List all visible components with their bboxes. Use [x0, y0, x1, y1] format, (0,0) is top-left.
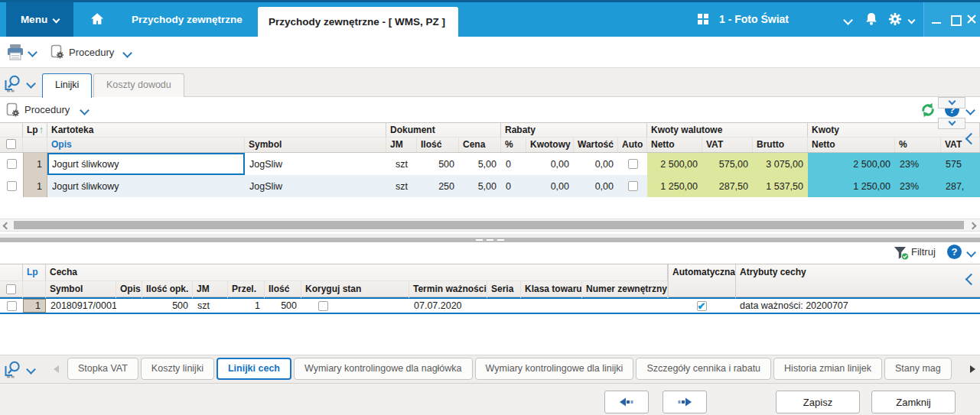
select-all-checkbox[interactable] — [0, 281, 23, 298]
close-button[interactable]: Zamknij — [871, 391, 956, 413]
filter-button[interactable]: Filtruj — [911, 246, 936, 258]
company-chevron-icon[interactable] — [843, 15, 853, 25]
cell-kwotowy[interactable]: 0,00 — [526, 153, 574, 175]
settings-gear-icon[interactable] — [888, 12, 902, 28]
table-row[interactable]: 1 Jogurt śliwkowy JogSliw szt 500 5,00 0… — [0, 153, 980, 175]
col-header-ilosc[interactable]: Ilość — [265, 281, 301, 298]
tab-stopka-vat[interactable]: Stopka VAT — [67, 358, 138, 380]
notifications-bell-icon[interactable] — [864, 11, 878, 29]
apps-grid-icon[interactable] — [698, 14, 709, 25]
cell-symbol[interactable]: JogSliw — [245, 153, 386, 175]
help-chevron-icon[interactable] — [966, 248, 976, 258]
procedures-chevron-icon[interactable] — [122, 48, 132, 58]
cell-opis[interactable] — [116, 299, 142, 313]
col-header-seria[interactable]: Seria — [487, 281, 521, 298]
help-chevron-icon[interactable] — [965, 105, 975, 115]
col-header-jm[interactable]: JM — [193, 281, 228, 298]
col-header-ilosc-opk[interactable]: Ilość opk. — [142, 281, 193, 298]
cell-atrybuty-cechy[interactable]: data ważności: 20200707 — [735, 299, 980, 313]
scrollbar-left-arrow[interactable] — [3, 222, 11, 230]
cell-brutto-wal[interactable]: 3 075,00 — [753, 153, 808, 175]
cell-symbol[interactable]: JogSliw — [245, 175, 386, 197]
table-row[interactable]: 1 Jogurt śliwkowy JogSliw szt 250 5,00 0… — [0, 175, 980, 197]
cell-netto[interactable]: 2 500,00 — [808, 153, 895, 175]
company-selector[interactable]: 1 - Foto Świat — [719, 2, 789, 37]
procedures-dropdown[interactable]: Procedury — [24, 104, 70, 115]
cell-procent[interactable]: 0 — [501, 175, 526, 197]
cell-jm[interactable]: szt — [193, 299, 228, 313]
col-header-numer-zewnetrzny[interactable]: Numer zewnętrzny — [582, 281, 668, 298]
print-chevron-icon[interactable] — [28, 47, 37, 57]
cell-vat[interactable]: 575 — [941, 153, 980, 175]
close-button[interactable] — [967, 15, 976, 26]
cell-jm[interactable]: szt — [386, 153, 417, 175]
cell-klasa-towaru[interactable] — [521, 299, 582, 313]
help-icon[interactable]: ? — [947, 245, 962, 259]
tab-wymiary-naglowka[interactable]: Wymiary kontrolingowe dla nagłówka — [294, 358, 473, 380]
col-header-wartosc[interactable]: Wartość — [574, 138, 618, 152]
col-header-auto[interactable]: Auto — [618, 138, 647, 152]
col-header-opis[interactable]: Opis — [47, 138, 245, 152]
home-icon[interactable] — [90, 12, 104, 28]
cell-ilosc-opk[interactable]: 500 — [142, 299, 193, 313]
cell-ilosc[interactable]: 250 — [417, 175, 459, 197]
cell-procent2[interactable]: 23% — [895, 153, 941, 175]
cell-ilosc[interactable]: 500 — [265, 299, 301, 313]
cell-numer-zewnetrzny[interactable] — [582, 299, 668, 313]
tab-koszty-linijki[interactable]: Koszty linijki — [141, 358, 214, 380]
col-header-lp[interactable]: Lp — [23, 264, 46, 281]
cell-brutto-wal[interactable]: 1 537,50 — [753, 175, 808, 197]
tabs-scroll-right-icon[interactable] — [970, 365, 975, 373]
cell-procent[interactable]: 0 — [501, 153, 526, 175]
col-header-przel[interactable]: Przel. — [228, 281, 265, 298]
col-header-automatyczna[interactable]: Automatyczna — [668, 264, 735, 298]
col-header-brutto-wal[interactable]: Brutto — [753, 138, 808, 152]
settings-chevron-icon[interactable] — [908, 17, 916, 24]
cell-wartosc[interactable]: 0,00 — [574, 175, 618, 197]
next-record-button[interactable] — [663, 391, 707, 413]
col-header-cena[interactable]: Cena — [459, 138, 501, 152]
help-dropdown-chevron[interactable] — [938, 97, 965, 109]
titlebar-tab-background[interactable]: Przychody zewnętrzne — [132, 2, 243, 37]
help-dropdown-chevron[interactable] — [938, 118, 965, 129]
col-header-opis[interactable]: Opis — [116, 281, 142, 298]
procedures-dropdown[interactable]: Procedury — [69, 47, 114, 58]
cell-automatyczna-checkbox[interactable]: ✔ — [668, 299, 735, 313]
cell-lp[interactable]: 1 — [23, 153, 47, 175]
cell-auto-checkbox[interactable] — [618, 175, 647, 197]
lookup-icon[interactable] — [4, 360, 23, 381]
cell-kwotowy[interactable]: 0,00 — [526, 175, 574, 197]
tab-historia-zmian[interactable]: Historia zmian linijek — [773, 358, 882, 380]
row-checkbox[interactable] — [0, 153, 23, 175]
cell-ilosc[interactable]: 500 — [417, 153, 459, 175]
col-header-koryguj-stan[interactable]: Koryguj stan — [301, 281, 409, 298]
cell-vat-wal[interactable]: 287,50 — [702, 175, 753, 197]
col-header-ilosc[interactable]: Ilość — [417, 138, 459, 152]
col-header-symbol[interactable]: Symbol — [245, 138, 386, 152]
cell-przel[interactable]: 1 — [228, 299, 265, 313]
scrollbar-right-arrow[interactable] — [969, 222, 977, 230]
col-header-procent2[interactable]: % — [895, 138, 941, 152]
cell-symbol[interactable]: 20180917/0001 — [46, 299, 116, 313]
col-header-jm[interactable]: JM — [386, 138, 417, 152]
cell-lp[interactable]: 1 — [23, 299, 46, 313]
cell-netto[interactable]: 1 250,00 — [808, 175, 895, 197]
cell-auto-checkbox[interactable] — [618, 153, 647, 175]
cell-cena[interactable]: 5,00 — [459, 153, 501, 175]
col-header-netto-wal[interactable]: Netto — [647, 138, 702, 152]
col-header-atrybuty-cechy[interactable]: Atrybuty cechy — [735, 264, 980, 298]
cell-termin-waznosci[interactable]: 07.07.2020 — [409, 299, 487, 313]
tab-szczegoly-cennika[interactable]: Szczegóły cennika i rabatu — [636, 358, 771, 380]
cell-vat[interactable]: 287, — [941, 175, 980, 197]
cell-opis-selected[interactable]: Jogurt śliwkowy — [47, 153, 245, 175]
scrollbar-thumb[interactable] — [14, 221, 964, 229]
cell-cena[interactable]: 5,00 — [459, 175, 501, 197]
col-header-klasa-towaru[interactable]: Klasa towaru — [521, 281, 582, 298]
maximize-button[interactable] — [951, 15, 962, 26]
select-all-checkbox[interactable] — [0, 138, 23, 152]
minimize-button[interactable] — [932, 22, 941, 24]
cell-netto-wal[interactable]: 2 500,00 — [647, 153, 702, 175]
row-checkbox[interactable] — [0, 175, 23, 197]
tab-wymiary-linijki[interactable]: Wymiary kontrolingowe dla linijki — [475, 358, 634, 380]
col-header-kwotowy[interactable]: Kwotowy — [526, 138, 574, 152]
